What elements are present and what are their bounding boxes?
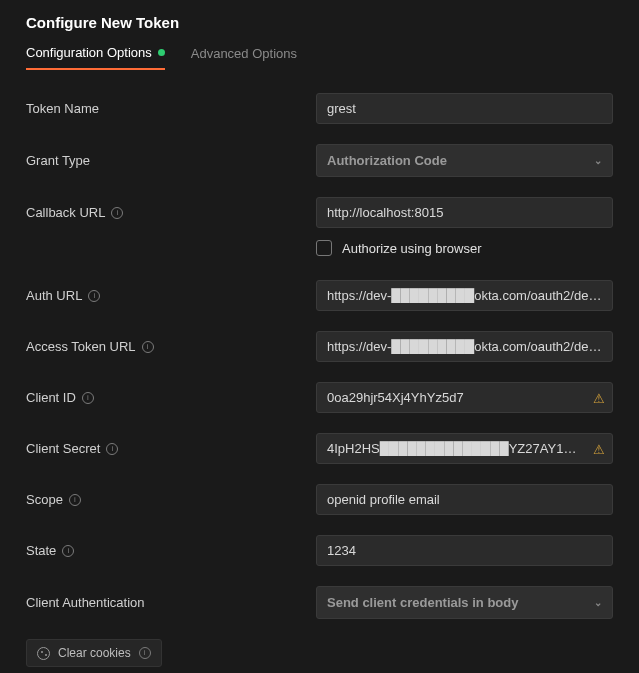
chevron-down-icon: ⌄ — [594, 597, 602, 608]
tab-bar: Configuration Options Advanced Options — [26, 45, 613, 71]
client-auth-value: Send client credentials in body — [327, 595, 518, 610]
client-secret-input[interactable] — [316, 433, 613, 464]
info-icon[interactable]: i — [62, 545, 74, 557]
auth-url-label-text: Auth URL — [26, 288, 82, 303]
state-label-text: State — [26, 543, 56, 558]
info-icon[interactable]: i — [106, 443, 118, 455]
info-icon[interactable]: i — [142, 341, 154, 353]
authorize-browser-checkbox[interactable] — [316, 240, 332, 256]
token-name-input[interactable] — [316, 93, 613, 124]
state-label: State i — [26, 543, 316, 558]
auth-url-label: Auth URL i — [26, 288, 316, 303]
client-id-label-text: Client ID — [26, 390, 76, 405]
client-secret-label: Client Secret i — [26, 441, 316, 456]
callback-url-input[interactable] — [316, 197, 613, 228]
access-token-url-label-text: Access Token URL — [26, 339, 136, 354]
warning-icon: ⚠ — [593, 390, 605, 405]
tab-label: Configuration Options — [26, 45, 152, 60]
scope-label: Scope i — [26, 492, 316, 507]
tab-label: Advanced Options — [191, 46, 297, 61]
scope-label-text: Scope — [26, 492, 63, 507]
token-name-label: Token Name — [26, 101, 316, 116]
info-icon[interactable]: i — [139, 647, 151, 659]
access-token-url-input[interactable] — [316, 331, 613, 362]
client-id-input[interactable] — [316, 382, 613, 413]
configure-token-panel: Configure New Token Configuration Option… — [0, 0, 639, 673]
cookie-icon — [37, 647, 50, 660]
state-input[interactable] — [316, 535, 613, 566]
client-id-label: Client ID i — [26, 390, 316, 405]
footer: Clear cookies i Get New Access Token — [26, 639, 613, 673]
warning-icon: ⚠ — [593, 441, 605, 456]
info-icon[interactable]: i — [88, 290, 100, 302]
client-auth-select[interactable]: Send client credentials in body ⌄ — [316, 586, 613, 619]
grant-type-value: Authorization Code — [327, 153, 447, 168]
access-token-url-label: Access Token URL i — [26, 339, 316, 354]
client-auth-label: Client Authentication — [26, 595, 316, 610]
grant-type-select[interactable]: Authorization Code ⌄ — [316, 144, 613, 177]
clear-cookies-label: Clear cookies — [58, 646, 131, 660]
callback-url-label-text: Callback URL — [26, 205, 105, 220]
client-secret-label-text: Client Secret — [26, 441, 100, 456]
active-indicator-dot — [158, 49, 165, 56]
tab-advanced-options[interactable]: Advanced Options — [191, 45, 297, 70]
auth-url-input[interactable] — [316, 280, 613, 311]
panel-title: Configure New Token — [26, 14, 613, 31]
tab-configuration-options[interactable]: Configuration Options — [26, 45, 165, 70]
clear-cookies-button[interactable]: Clear cookies i — [26, 639, 162, 667]
info-icon[interactable]: i — [69, 494, 81, 506]
authorize-browser-label: Authorize using browser — [342, 241, 481, 256]
scope-input[interactable] — [316, 484, 613, 515]
info-icon[interactable]: i — [82, 392, 94, 404]
grant-type-label: Grant Type — [26, 153, 316, 168]
callback-url-label: Callback URL i — [26, 205, 316, 220]
info-icon[interactable]: i — [111, 207, 123, 219]
chevron-down-icon: ⌄ — [594, 155, 602, 166]
